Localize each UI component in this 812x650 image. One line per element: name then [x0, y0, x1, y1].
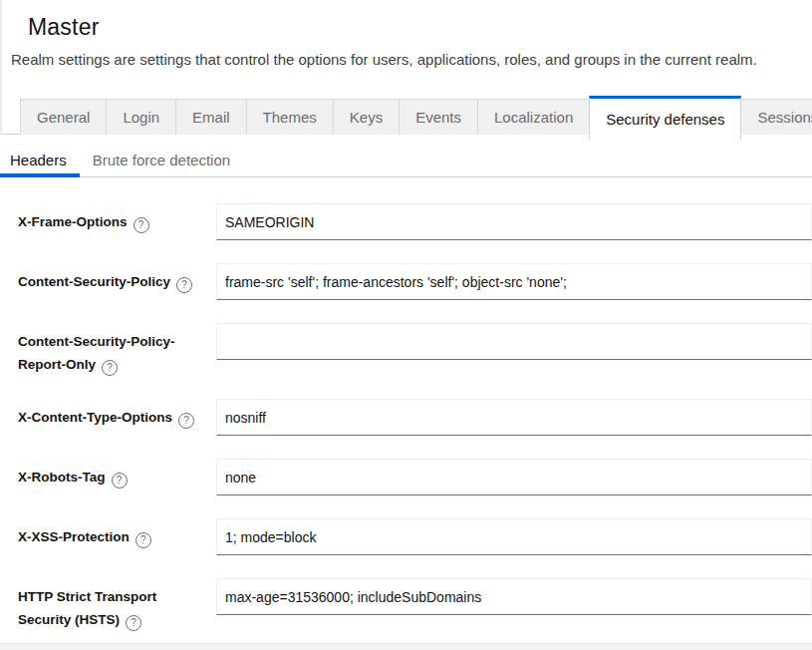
realm-settings-tabs: General Login Email Themes Keys Events L…: [0, 96, 812, 140]
field-label: X-Content-Type-Options?: [18, 399, 216, 436]
help-icon[interactable]: ?: [178, 413, 194, 429]
headers-form: X-Frame-Options? Content-Security-Policy…: [0, 203, 812, 631]
tab-events[interactable]: Events: [399, 99, 478, 135]
tab-keys[interactable]: Keys: [333, 99, 400, 135]
help-icon[interactable]: ?: [102, 360, 118, 376]
form-row-x-frame-options: X-Frame-Options?: [18, 203, 812, 240]
form-row-content-security-policy: Content-Security-Policy?: [18, 263, 812, 300]
page-title: Master: [28, 14, 812, 41]
field-label: Content-Security-Policy-Report-Only?: [18, 323, 216, 376]
content-security-policy-input[interactable]: [216, 263, 812, 300]
form-row-hsts: HTTP Strict Transport Security (HSTS)?: [18, 578, 812, 631]
tab-sessions[interactable]: Sessions: [740, 99, 812, 135]
x-xss-protection-input[interactable]: [216, 518, 812, 555]
page-description: Realm settings are settings that control…: [11, 50, 812, 69]
page-header: Master Realm settings are settings that …: [0, 0, 812, 69]
help-icon[interactable]: ?: [134, 217, 149, 233]
form-row-x-content-type-options: X-Content-Type-Options?: [18, 399, 812, 436]
field-label-text: X-Content-Type-Options: [18, 410, 172, 425]
form-row-x-xss-protection: X-XSS-Protection?: [18, 518, 812, 555]
tab-themes[interactable]: Themes: [246, 99, 334, 135]
field-label: Content-Security-Policy?: [18, 263, 216, 300]
field-label-text: X-Robots-Tag: [18, 470, 106, 485]
x-content-type-options-input[interactable]: [216, 399, 812, 436]
field-label-text: Content-Security-Policy-Report-Only: [18, 334, 175, 372]
subtab-brute-force-detection[interactable]: Brute force detection: [80, 144, 243, 176]
security-defenses-subtabs: Headers Brute force detection: [0, 144, 812, 177]
tab-general[interactable]: General: [20, 99, 107, 135]
field-label: HTTP Strict Transport Security (HSTS)?: [18, 578, 216, 631]
csp-report-only-input[interactable]: [216, 323, 812, 360]
field-label: X-Robots-Tag?: [18, 459, 216, 495]
help-icon[interactable]: ?: [176, 277, 192, 293]
tab-localization[interactable]: Localization: [477, 99, 590, 135]
field-label-text: X-XSS-Protection: [18, 529, 130, 544]
form-row-x-robots-tag: X-Robots-Tag?: [18, 459, 812, 495]
bottom-strip: [0, 643, 812, 650]
tab-security-defenses[interactable]: Security defenses: [589, 96, 741, 140]
x-frame-options-input[interactable]: [216, 203, 812, 240]
field-label: X-XSS-Protection?: [18, 518, 216, 555]
hsts-input[interactable]: [216, 578, 812, 615]
field-label-text: Content-Security-Policy: [18, 274, 170, 289]
tab-email[interactable]: Email: [175, 99, 247, 135]
field-label: X-Frame-Options?: [18, 203, 216, 240]
form-row-csp-report-only: Content-Security-Policy-Report-Only?: [18, 323, 812, 376]
help-icon[interactable]: ?: [126, 615, 141, 631]
tab-login[interactable]: Login: [106, 99, 176, 135]
field-label-text: X-Frame-Options: [18, 214, 128, 229]
help-icon[interactable]: ?: [135, 532, 151, 548]
subtab-headers[interactable]: Headers: [0, 144, 80, 176]
help-icon[interactable]: ?: [112, 473, 128, 488]
x-robots-tag-input[interactable]: [216, 459, 812, 495]
